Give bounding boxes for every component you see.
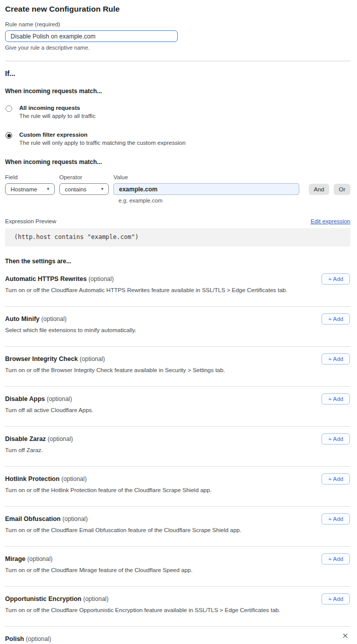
setting-description: Turn on or off the Browser Integrity Che…: [5, 367, 304, 373]
section-divider: [5, 61, 350, 61]
expression-preview-code: (http.host contains "example.com"): [5, 228, 350, 247]
add-button[interactable]: + Add: [322, 473, 350, 485]
value-input[interactable]: [113, 183, 299, 195]
close-icon[interactable]: ✕: [341, 631, 349, 640]
match-type-radio-group: All incoming requests The rule will appl…: [5, 105, 350, 146]
setting-description: Turn on or off the Cloudflare Email Obfu…: [5, 527, 304, 533]
setting-opportunistic-encryption: Opportunistic Encryption (optional) Turn…: [5, 587, 350, 627]
setting-description: Turn on or off the Cloudflare Opportunis…: [5, 607, 304, 613]
expression-builder-row: Field Hostname ▼ Operator contains ▼ Val…: [5, 174, 350, 195]
setting-description: Turn off Zaraz.: [5, 447, 304, 453]
add-button[interactable]: + Add: [322, 313, 350, 325]
optional-tag: (optional): [48, 435, 73, 442]
setting-name: Auto Minify: [5, 315, 39, 323]
operator-label: Operator: [59, 174, 109, 180]
optional-tag: (optional): [27, 555, 53, 562]
add-button[interactable]: + Add: [322, 393, 350, 405]
setting-name: Hotlink Protection: [5, 475, 60, 482]
optional-tag: (optional): [83, 595, 108, 602]
radio-description: The rule will only apply to traffic matc…: [19, 140, 185, 146]
radio-checked-icon[interactable]: [6, 132, 12, 139]
radio-unchecked-icon[interactable]: [6, 105, 12, 112]
optional-tag: (optional): [89, 275, 114, 283]
setting-description: Select which file extensions to minify a…: [5, 327, 304, 333]
if-heading: If...: [5, 69, 350, 77]
setting-name: Disable Apps: [5, 395, 45, 402]
edit-expression-link[interactable]: Edit expression: [310, 218, 350, 224]
radio-all-incoming-requests[interactable]: All incoming requests The rule will appl…: [5, 105, 350, 119]
setting-name: Opportunistic Encryption: [5, 595, 82, 602]
setting-hotlink-protection: Hotlink Protection (optional) Turn on or…: [5, 467, 350, 507]
setting-name: Mirage: [5, 555, 25, 562]
add-button[interactable]: + Add: [322, 273, 350, 285]
setting-mirage: Mirage (optional) Turn on or off the Clo…: [5, 547, 350, 587]
setting-disable-zaraz: Disable Zaraz (optional) Turn off Zaraz.…: [5, 427, 350, 467]
setting-name: Email Obfuscation: [5, 515, 61, 522]
expression-builder-label: When incoming requests match...: [5, 158, 350, 166]
rule-name-input[interactable]: [5, 30, 178, 42]
add-button[interactable]: + Add: [322, 353, 350, 365]
optional-tag: (optional): [62, 515, 88, 522]
expression-preview-label: Expression Preview: [5, 218, 56, 224]
page-title: Create new Configuration Rule: [5, 5, 350, 14]
operator-select-value: contains: [65, 186, 87, 192]
rule-name-helper: Give your rule a descriptive name.: [5, 45, 350, 51]
then-settings-heading: Then the settings are...: [5, 258, 350, 265]
add-button[interactable]: + Add: [322, 433, 350, 445]
chevron-down-icon: ▼: [100, 187, 104, 191]
setting-automatic-https-rewrites: Automatic HTTPS Rewrites (optional) Turn…: [5, 267, 350, 307]
operator-select[interactable]: contains ▼: [59, 183, 109, 195]
setting-description: Turn on or off the Cloudflare Automatic …: [5, 287, 304, 293]
create-configuration-rule-page: Create new Configuration Rule Rule name …: [0, 0, 357, 644]
or-button[interactable]: Or: [334, 184, 350, 195]
setting-auto-minify: Auto Minify (optional) Select which file…: [5, 307, 350, 347]
radio-description: The rule will apply to all traffic: [19, 113, 96, 119]
setting-polish: Polish (optional) Change the settings of…: [5, 627, 350, 644]
add-button[interactable]: + Add: [322, 513, 350, 525]
add-button[interactable]: + Add: [322, 553, 350, 565]
setting-name: Browser Integrity Check: [5, 355, 78, 363]
optional-tag: (optional): [42, 315, 67, 323]
setting-description: Turn off all active Cloudflare Apps.: [5, 407, 304, 413]
optional-tag: (optional): [47, 395, 72, 402]
setting-name: Automatic HTTPS Rewrites: [5, 275, 87, 283]
setting-browser-integrity-check: Browser Integrity Check (optional) Turn …: [5, 347, 350, 387]
chevron-down-icon: ▼: [46, 187, 50, 191]
setting-description: Turn on or off the Hotlink Protection fe…: [5, 487, 304, 493]
radio-label: Custom filter expression: [19, 132, 185, 138]
rule-name-label: Rule name (required): [5, 21, 350, 27]
incoming-requests-match-label: When incoming requests match...: [5, 88, 350, 95]
field-label: Field: [5, 174, 55, 180]
optional-tag: (optional): [61, 475, 87, 482]
field-select[interactable]: Hostname ▼: [5, 183, 55, 195]
value-label: Value: [113, 174, 299, 180]
add-button[interactable]: + Add: [322, 593, 350, 605]
and-button[interactable]: And: [309, 184, 329, 195]
field-select-value: Hostname: [11, 186, 37, 192]
setting-description: Turn on or off the Cloudflare Mirage fea…: [5, 567, 304, 573]
settings-list: Automatic HTTPS Rewrites (optional) Turn…: [5, 267, 350, 644]
value-helper: e.g. example.com: [118, 197, 350, 204]
optional-tag: (optional): [26, 635, 51, 642]
optional-tag: (optional): [80, 355, 105, 363]
setting-name: Disable Zaraz: [5, 435, 46, 442]
radio-label: All incoming requests: [19, 105, 96, 111]
setting-name: Polish: [5, 635, 24, 642]
setting-disable-apps: Disable Apps (optional) Turn off all act…: [5, 387, 350, 427]
setting-email-obfuscation: Email Obfuscation (optional) Turn on or …: [5, 507, 350, 547]
radio-custom-filter-expression[interactable]: Custom filter expression The rule will o…: [5, 132, 350, 146]
